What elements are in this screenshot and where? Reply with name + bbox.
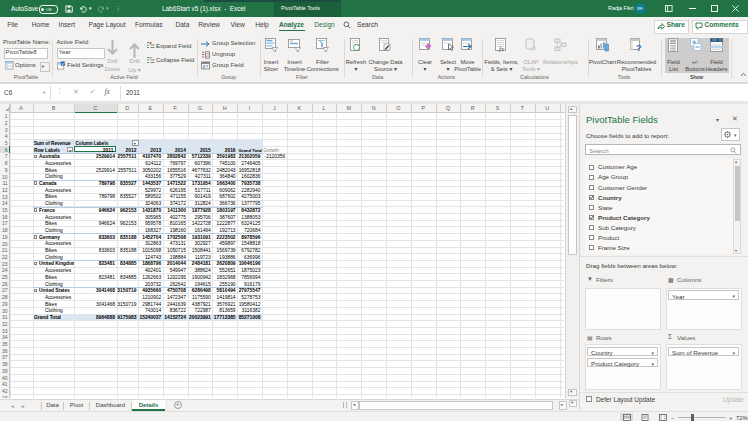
svg-text:fx: fx — [532, 45, 537, 51]
svg-text:?: ? — [636, 43, 642, 52]
svg-text:fx: fx — [499, 45, 505, 53]
